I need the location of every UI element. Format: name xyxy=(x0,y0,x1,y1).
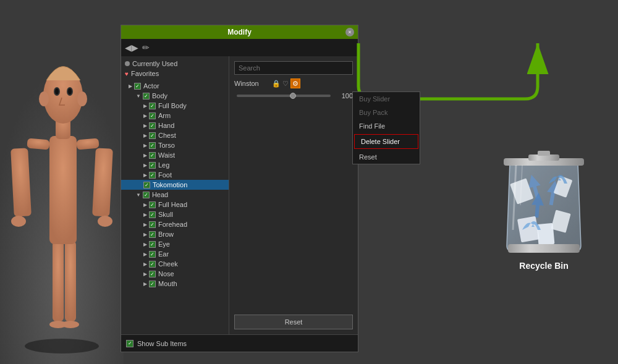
tree-currently-used[interactable]: Currently Used xyxy=(121,59,229,69)
tree-full-head[interactable]: ▶ Full Head xyxy=(121,200,229,210)
svg-rect-26 xyxy=(537,223,555,245)
arrow-icon: ▶ xyxy=(143,232,147,237)
svg-rect-29 xyxy=(538,151,550,156)
tree-body[interactable]: ▼ Body xyxy=(121,91,229,101)
cheek-checkbox[interactable] xyxy=(149,261,156,268)
nose-checkbox[interactable] xyxy=(149,271,156,277)
body-checkbox[interactable] xyxy=(143,93,150,99)
tree-foot[interactable]: ▶ Foot xyxy=(121,170,229,180)
mouth-checkbox[interactable] xyxy=(149,281,156,287)
svg-rect-3 xyxy=(65,241,76,321)
tree-hand[interactable]: ▶ Hand xyxy=(121,121,229,130)
svg-point-11 xyxy=(11,216,26,227)
tree-brow[interactable]: ▶ Brow xyxy=(121,229,229,239)
winston-label: Winston xyxy=(234,80,268,87)
slider-track-row: 100 xyxy=(234,92,353,99)
tree-chest[interactable]: ▶ Chest xyxy=(121,130,229,140)
tree-nose[interactable]: ▶ Nose xyxy=(121,269,229,279)
chest-checkbox[interactable] xyxy=(149,132,156,139)
tree-actor[interactable]: ▶ Actor xyxy=(121,81,229,91)
winston-slider-row: Winston 🔒 ♡ ⚙ xyxy=(234,78,353,88)
tree-panel[interactable]: Currently Used ♥ Favorites ▶ Actor ▼ Bod… xyxy=(121,56,229,334)
tokomotion-checkbox[interactable] xyxy=(143,182,150,188)
tree-mouth[interactable]: ▶ Mouth xyxy=(121,279,229,289)
tree-torso[interactable]: ▶ Torso xyxy=(121,140,229,150)
tree-skull[interactable]: ▶ Skull xyxy=(121,210,229,219)
arrow-icon: ▶ xyxy=(143,163,147,168)
tree-forehead[interactable]: ▶ Forehead xyxy=(121,219,229,229)
svg-rect-9 xyxy=(76,138,99,150)
recycle-bin-label: Recycle Bin xyxy=(519,261,568,271)
full-body-checkbox[interactable] xyxy=(149,103,156,109)
svg-point-20 xyxy=(77,91,87,106)
tree-favorites[interactable]: ♥ Favorites xyxy=(121,69,229,78)
actor-checkbox[interactable] xyxy=(134,83,141,90)
arrow-icon: ▶ xyxy=(143,143,147,148)
gear-button[interactable]: ⚙ xyxy=(290,78,300,88)
skull-checkbox[interactable] xyxy=(149,211,156,218)
heart-icon[interactable]: ♡ xyxy=(282,80,289,88)
tree-full-body[interactable]: ▶ Full Body xyxy=(121,101,229,111)
tree-waist[interactable]: ▶ Waist xyxy=(121,150,229,160)
arrow-icon: ▼ xyxy=(136,192,141,198)
full-head-checkbox[interactable] xyxy=(149,201,156,208)
lock-icon[interactable]: 🔒 xyxy=(272,80,281,88)
arrow-icon: ▶ xyxy=(129,83,132,89)
recycle-bin-svg xyxy=(494,131,593,255)
arrow-icon: ▼ xyxy=(136,93,141,99)
head-checkbox[interactable] xyxy=(143,192,150,198)
find-file-item[interactable]: Find File xyxy=(353,119,420,133)
nav-icon[interactable]: ◀▶ xyxy=(125,43,138,53)
arrow-icon: ▶ xyxy=(143,252,147,257)
buy-slider-item[interactable]: Buy Slider xyxy=(353,92,420,106)
tree-leg[interactable]: ▶ Leg xyxy=(121,160,229,170)
slider-track[interactable] xyxy=(237,95,331,97)
torso-checkbox[interactable] xyxy=(149,142,156,149)
arrow-icon: ▶ xyxy=(143,103,147,109)
tree-arm[interactable]: ▶ Arm xyxy=(121,111,229,121)
arrow-icon: ▶ xyxy=(143,271,147,277)
waist-checkbox[interactable] xyxy=(149,152,156,159)
svg-point-1 xyxy=(25,339,99,353)
eye-checkbox[interactable] xyxy=(149,241,156,248)
slider-thumb[interactable] xyxy=(290,93,296,99)
svg-rect-6 xyxy=(49,136,77,244)
context-menu: Buy Slider Buy Pack Find File Delete Sli… xyxy=(352,91,420,164)
show-sub-checkbox[interactable] xyxy=(126,340,133,347)
tree-ear[interactable]: ▶ Ear xyxy=(121,249,229,259)
svg-point-12 xyxy=(98,216,112,227)
slider-panel: Winston 🔒 ♡ ⚙ 100 Reset xyxy=(229,56,358,334)
heart-icon: ♥ xyxy=(125,70,129,77)
buy-pack-item[interactable]: Buy Pack xyxy=(353,106,420,119)
svg-rect-2 xyxy=(53,241,64,321)
search-input[interactable] xyxy=(234,61,353,75)
bottom-bar: Show Sub Items xyxy=(121,334,358,352)
tree-eye[interactable]: ▶ Eye xyxy=(121,239,229,249)
arrow-icon: ▶ xyxy=(143,113,147,119)
content-area: Currently Used ♥ Favorites ▶ Actor ▼ Bod… xyxy=(121,56,358,334)
slider-icons: 🔒 ♡ ⚙ xyxy=(272,78,300,88)
tree-cheek[interactable]: ▶ Cheek xyxy=(121,259,229,269)
delete-slider-item[interactable]: Delete Slider xyxy=(354,134,418,149)
arm-checkbox[interactable] xyxy=(149,112,156,119)
hand-checkbox[interactable] xyxy=(149,122,156,129)
close-button[interactable]: × xyxy=(345,28,354,36)
leg-checkbox[interactable] xyxy=(149,162,156,169)
tree-head[interactable]: ▼ Head xyxy=(121,190,229,200)
reset-item[interactable]: Reset xyxy=(353,150,420,164)
modify-panel: Modify × ◀▶ ✏ Currently Used ♥ Favorites… xyxy=(121,25,358,352)
arrow-icon: ▶ xyxy=(143,123,147,129)
forehead-checkbox[interactable] xyxy=(149,221,156,228)
show-sub-label: Show Sub Items xyxy=(137,340,187,347)
reset-button[interactable]: Reset xyxy=(234,315,353,329)
svg-point-19 xyxy=(39,91,49,106)
recycle-bin-area: Recycle Bin xyxy=(482,93,606,309)
edit-icon[interactable]: ✏ xyxy=(142,43,150,53)
ear-checkbox[interactable] xyxy=(149,251,156,258)
svg-rect-8 xyxy=(11,148,32,216)
arrow-icon: ▶ xyxy=(143,281,147,287)
brow-checkbox[interactable] xyxy=(149,231,156,238)
foot-checkbox[interactable] xyxy=(149,172,156,179)
tree-tokomotion[interactable]: Tokomotion xyxy=(121,180,229,190)
arrow-icon: ▶ xyxy=(143,222,147,227)
